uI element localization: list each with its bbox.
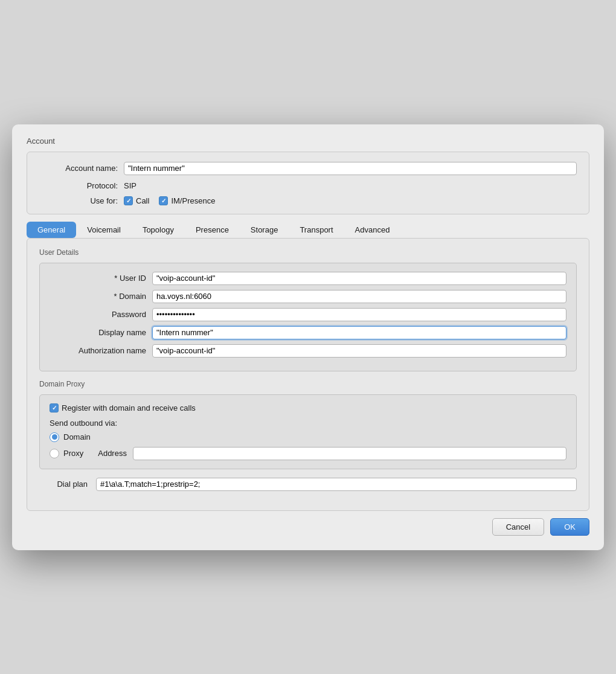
tab-presence[interactable]: Presence — [185, 222, 240, 238]
im-presence-checkbox-label[interactable]: IM/Presence — [159, 196, 215, 205]
domain-input[interactable] — [152, 290, 566, 303]
user-details-title: User Details — [39, 248, 577, 257]
tab-voicemail[interactable]: Voicemail — [76, 222, 132, 238]
register-checkbox[interactable] — [50, 403, 59, 412]
display-name-label: Display name — [50, 328, 146, 337]
account-top-section: Account name: Protocol: SIP Use for: Cal… — [27, 152, 589, 214]
domain-row: * Domain — [50, 290, 566, 303]
use-for-options: Call IM/Presence — [124, 196, 225, 205]
bottom-buttons: Cancel OK — [27, 518, 589, 536]
password-row: Password — [50, 308, 566, 321]
tab-general[interactable]: General — [27, 222, 76, 238]
tabs-bar: General Voicemail Topology Presence Stor… — [27, 222, 589, 238]
display-name-row: Display name — [50, 326, 566, 339]
user-details-subsection: * User ID * Domain Password Display name… — [39, 263, 577, 371]
proxy-radio-label: Proxy — [63, 449, 83, 458]
cancel-button[interactable]: Cancel — [492, 518, 544, 536]
tab-topology[interactable]: Topology — [132, 222, 185, 238]
use-for-row: Use for: Call IM/Presence — [39, 196, 577, 205]
dial-plan-section: Dial plan — [39, 478, 577, 491]
auth-name-label: Authorization name — [50, 346, 146, 355]
use-for-label: Use for: — [39, 196, 118, 205]
proxy-address-input[interactable] — [133, 447, 566, 460]
im-presence-label: IM/Presence — [171, 196, 215, 205]
user-id-input[interactable] — [152, 272, 566, 285]
proxy-radio[interactable] — [50, 449, 59, 458]
tab-transport[interactable]: Transport — [289, 222, 344, 238]
ok-button[interactable]: OK — [550, 518, 589, 536]
account-dialog: Account Account name: Protocol: SIP Use … — [12, 124, 604, 550]
domain-proxy-title: Domain Proxy — [39, 380, 577, 388]
user-id-row: * User ID — [50, 272, 566, 285]
call-checkbox[interactable] — [124, 196, 133, 205]
domain-radio[interactable] — [50, 432, 59, 442]
main-section: User Details * User ID * Domain Password… — [27, 238, 589, 511]
account-name-label: Account name: — [39, 164, 118, 173]
domain-proxy-subsection: Register with domain and receive calls S… — [39, 394, 577, 469]
display-name-input[interactable] — [152, 326, 566, 339]
tab-storage[interactable]: Storage — [240, 222, 289, 238]
proxy-radio-row: Proxy Address — [50, 447, 566, 460]
domain-label: * Domain — [50, 292, 146, 301]
protocol-row: Protocol: SIP — [39, 181, 577, 190]
register-checkbox-label[interactable]: Register with domain and receive calls — [50, 403, 196, 412]
protocol-value: SIP — [124, 181, 136, 190]
register-checkbox-row: Register with domain and receive calls — [50, 403, 566, 412]
address-label: Address — [98, 449, 127, 458]
im-presence-checkbox[interactable] — [159, 196, 168, 205]
protocol-label: Protocol: — [39, 181, 118, 190]
domain-radio-row: Domain — [50, 432, 566, 442]
auth-name-row: Authorization name — [50, 344, 566, 358]
call-checkbox-label[interactable]: Call — [124, 196, 149, 205]
dialog-title: Account — [27, 136, 589, 146]
dial-plan-input[interactable] — [96, 478, 577, 491]
dial-plan-label: Dial plan — [39, 480, 88, 489]
password-input[interactable] — [152, 308, 566, 321]
domain-radio-label: Domain — [63, 432, 91, 441]
tab-advanced[interactable]: Advanced — [344, 222, 401, 238]
auth-name-input[interactable] — [152, 344, 566, 358]
send-via-label: Send outbound via: — [50, 419, 566, 428]
call-label: Call — [136, 196, 149, 205]
account-name-input[interactable] — [124, 162, 577, 175]
password-label: Password — [50, 310, 146, 319]
register-label: Register with domain and receive calls — [62, 403, 196, 412]
user-id-label: * User ID — [50, 274, 146, 283]
account-name-row: Account name: — [39, 162, 577, 175]
